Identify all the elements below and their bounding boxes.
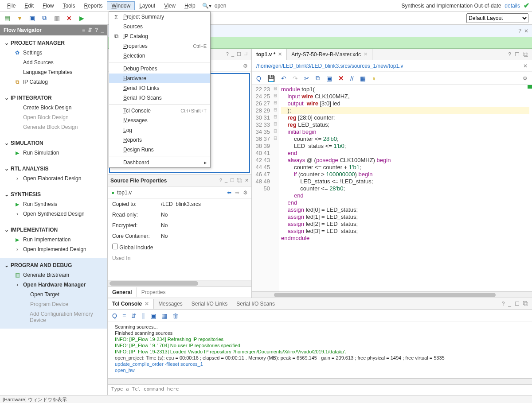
menu-tools[interactable]: Tools <box>58 1 79 10</box>
console-body[interactable]: Scanning sources... Finished scanning so… <box>108 322 532 378</box>
maximize-icon[interactable]: ☐ <box>515 301 520 307</box>
close-icon[interactable]: ✕ <box>524 28 528 34</box>
nav-item-generate-bitstream[interactable]: ▥Generate Bitstream <box>4 270 105 280</box>
search-icon[interactable]: Q <box>256 75 261 82</box>
console-tab-messages[interactable]: Messages <box>154 299 187 309</box>
expand-icon[interactable]: ⇵ <box>131 312 137 319</box>
tcl-input[interactable] <box>111 386 528 392</box>
save-icon[interactable]: ▣ <box>28 15 35 22</box>
comment-icon[interactable]: // <box>350 75 354 82</box>
maximize-icon[interactable]: ☐ <box>230 178 235 183</box>
editor-tab[interactable]: top1.v *✕ <box>252 49 287 60</box>
nav-item-open-target[interactable]: Open Target <box>4 290 105 299</box>
nav-head-project-manager[interactable]: ⌄PROJECT MANAGER <box>4 37 105 48</box>
cancel-icon[interactable]: ✕ <box>66 15 73 22</box>
undo-icon[interactable]: ↶ <box>281 75 286 82</box>
menu-item-sources[interactable]: Sources <box>109 22 210 31</box>
help-icon[interactable]: ? <box>226 51 229 57</box>
delete-icon[interactable]: ✕ <box>338 74 344 82</box>
bulb-icon[interactable]: ♀ <box>372 75 377 82</box>
menu-item-properties[interactable]: PropertiesCtrl+E <box>109 41 210 51</box>
menu-item-reports[interactable]: Reports <box>109 135 210 145</box>
column-icon[interactable]: ▦ <box>360 75 366 82</box>
global-include-checkbox[interactable]: Global include <box>112 244 153 251</box>
cut-icon[interactable]: ✂ <box>304 75 309 82</box>
menu-item-tcl-console[interactable]: Tcl ConsoleCtrl+Shift+T <box>109 106 210 116</box>
menu-item-design-runs[interactable]: Design Runs <box>109 145 210 155</box>
grid-icon[interactable]: ▦ <box>161 312 167 319</box>
nav-item-open-hardware-manager[interactable]: ›Open Hardware Manager <box>4 280 105 290</box>
help-icon[interactable]: ? <box>95 27 98 33</box>
nav-item-language-templates[interactable]: Language Templates <box>4 67 105 77</box>
help-icon[interactable]: ? <box>508 51 511 58</box>
back-icon[interactable]: ⬅ <box>227 190 231 196</box>
maximize-icon[interactable]: ☐ <box>515 51 520 58</box>
nav-item-add-sources[interactable]: Add Sources <box>4 58 105 67</box>
menu-item-ip-catalog[interactable]: ⧉IP Catalog <box>109 31 210 41</box>
nav-head-synthesis[interactable]: ⌄SYNTHESIS <box>4 189 105 199</box>
gear-icon[interactable]: ⚙ <box>243 63 248 69</box>
menu-item-project-summary[interactable]: ΣProject Summary <box>109 12 210 22</box>
gear-icon[interactable]: ⚙ <box>523 75 528 81</box>
run-icon[interactable]: ▶ <box>78 15 85 22</box>
code-text[interactable]: module top1( input wire CLK100MHZ, outpu… <box>278 85 532 291</box>
save-icon[interactable]: 💾 <box>267 75 275 82</box>
menu-help[interactable]: Help <box>180 1 200 10</box>
trash-icon[interactable]: 🗑 <box>172 312 179 319</box>
nav-item-run-implementation[interactable]: ▶Run Implementation <box>4 235 105 244</box>
menu-view[interactable]: View <box>160 1 180 10</box>
quick-search-text[interactable]: open <box>215 3 227 9</box>
menu-item-dashboard[interactable]: Dashboard▸ <box>109 158 210 167</box>
new-icon[interactable]: ▤ <box>4 15 11 22</box>
search-icon[interactable]: Q <box>112 312 117 319</box>
menu-window[interactable]: Window <box>107 1 135 10</box>
menu-item-serial-i-o-links[interactable]: Serial I/O Links <box>109 83 210 93</box>
editor-hscroll[interactable] <box>252 291 532 298</box>
minimize-icon[interactable]: _ <box>225 178 227 183</box>
tab-properties[interactable]: Properties <box>137 287 170 297</box>
collapse-icon[interactable]: ≡ <box>82 27 85 33</box>
fold-gutter[interactable]: ⊟ ⊟ ⊟ ⊟ ⊟ ⊟ ⊟ ⊟ <box>272 85 278 291</box>
nav-item-ip-catalog[interactable]: ⧉IP Catalog <box>4 77 105 87</box>
console-tab-serial-i-o-scans[interactable]: Serial I/O Scans <box>232 299 279 309</box>
quick-search[interactable]: 🔍▾open <box>202 3 227 9</box>
paste-icon[interactable]: ▥ <box>53 15 60 22</box>
menu-item-selection[interactable]: Selection <box>109 51 210 61</box>
layout-select[interactable]: Default Layout <box>466 13 528 23</box>
menu-item-debug-probes[interactable]: Debug Probes <box>109 64 210 74</box>
minimize-icon[interactable]: _ <box>508 301 511 307</box>
menu-file[interactable]: File <box>3 1 20 10</box>
close-tab-icon[interactable]: ✕ <box>278 51 282 57</box>
menu-item-serial-i-o-scans[interactable]: Serial I/O Scans <box>109 93 210 103</box>
help-icon[interactable]: ? <box>518 28 521 34</box>
restore-icon[interactable]: ⿻ <box>523 301 528 307</box>
minimize-icon[interactable]: _ <box>101 27 104 33</box>
restore-icon[interactable]: ⿻ <box>523 51 528 58</box>
menu-edit[interactable]: Edit <box>20 1 38 10</box>
tab-general[interactable]: General <box>108 287 137 297</box>
minimize-icon[interactable]: _ <box>231 51 234 57</box>
expand-icon[interactable]: ⇵ <box>88 27 92 33</box>
menu-item-messages[interactable]: Messages <box>109 116 210 125</box>
redo-icon[interactable]: ↷ <box>293 75 298 82</box>
close-path-icon[interactable]: ✕ <box>523 63 528 69</box>
collapse-icon[interactable]: ≡ <box>122 312 126 319</box>
details-link[interactable]: details <box>505 3 520 9</box>
nav-head-simulation[interactable]: ⌄SIMULATION <box>4 137 105 148</box>
pause-icon[interactable]: ‖ <box>142 312 145 319</box>
nav-head-rtl-analysis[interactable]: ⌄RTL ANALYSIS <box>4 163 105 174</box>
console-tab-serial-i-o-links[interactable]: Serial I/O Links <box>187 299 232 309</box>
properties-hscroll[interactable] <box>108 280 251 286</box>
help-icon[interactable]: ? <box>219 178 222 183</box>
close-tab-icon[interactable]: ✕ <box>364 51 368 57</box>
help-icon[interactable]: ? <box>502 301 505 307</box>
menu-item-hardware[interactable]: Hardware <box>109 74 210 83</box>
nav-item-open-implemented-design[interactable]: ›Open Implemented Design <box>4 244 105 254</box>
menu-item-log[interactable]: Log <box>109 125 210 135</box>
close-icon[interactable]: ✕ <box>245 178 249 183</box>
nav-item-create-block-design[interactable]: Create Block Design <box>4 103 105 112</box>
console-tab-tcl-console[interactable]: Tcl Console✕ <box>108 299 154 309</box>
forward-icon[interactable]: ➡ <box>235 190 239 196</box>
nav-item-open-elaborated-design[interactable]: ›Open Elaborated Design <box>4 174 105 183</box>
restore-icon[interactable]: ⿻ <box>237 178 242 183</box>
